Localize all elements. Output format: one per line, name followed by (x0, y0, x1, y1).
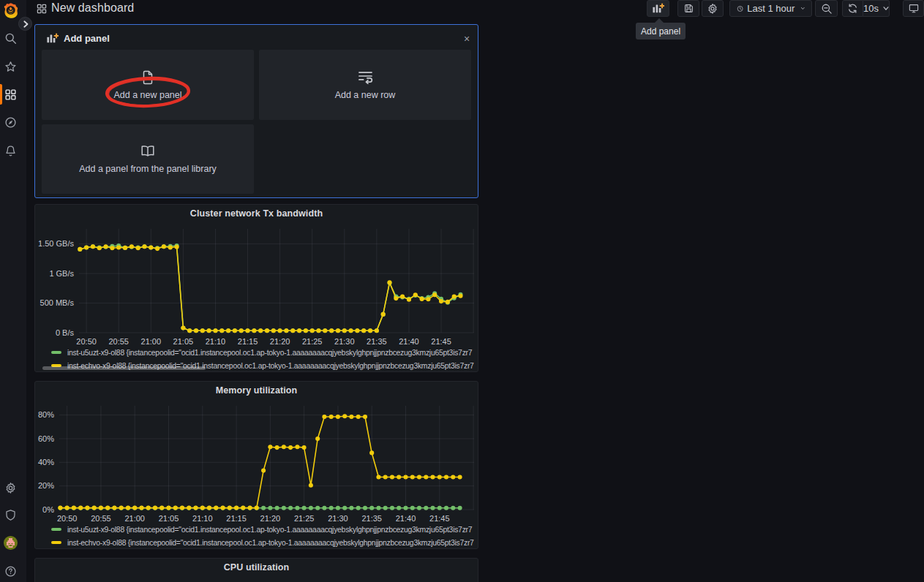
time-picker-button[interactable]: Last 1 hour (729, 0, 812, 17)
topbar: New dashboard Last 1 hour 10s Add panel (26, 0, 924, 18)
series-point (200, 506, 205, 510)
add-panel-widget-header[interactable]: Add panel (46, 33, 110, 44)
panel-memory-utilization: Memory utilization 0%20%40%60%80%20:5020… (34, 381, 478, 549)
sidebar-item-server-admin[interactable] (0, 504, 21, 525)
series-point (221, 506, 225, 510)
compass-icon (4, 116, 17, 129)
series-point (439, 299, 443, 303)
series-point (451, 475, 455, 479)
sidebar-item-alerting[interactable] (0, 140, 21, 161)
series-point (349, 415, 353, 419)
time-range-label: Last 1 hour (747, 3, 795, 14)
legend-label[interactable]: inst-u5uzt-x9-ol88 {instancepoolid="ocid… (67, 349, 472, 357)
series-point (132, 506, 137, 510)
series-point (355, 328, 359, 333)
y-axis-label: 0 B/s (56, 328, 75, 337)
series-point (288, 506, 293, 510)
sidebar-item-profile[interactable] (0, 532, 21, 553)
x-axis-label: 21:20 (270, 337, 290, 346)
x-axis-label: 20:55 (91, 514, 111, 523)
series-point (123, 246, 127, 250)
series-point (255, 506, 259, 510)
series-line-1 (80, 246, 460, 330)
sidebar-item-starred[interactable] (0, 56, 21, 77)
legend-item[interactable]: inst-u5uzt-x9-ol88 {instancepoolid="ocid… (51, 523, 474, 536)
add-new-panel-card[interactable]: Add a new panel (42, 50, 254, 120)
series-point (166, 506, 170, 510)
legend-item[interactable]: inst-u5uzt-x9-ol88 {instancepoolid="ocid… (51, 346, 474, 359)
add-panel-button[interactable] (647, 0, 669, 17)
x-axis-label: 21:00 (124, 514, 145, 523)
series-point (336, 415, 340, 419)
add-from-library-label: Add a panel from the panel library (79, 164, 217, 174)
refresh-button[interactable] (842, 0, 863, 17)
series-point (261, 469, 266, 473)
sidebar-item-dashboards[interactable] (0, 84, 21, 105)
sidebar-item-configuration[interactable] (0, 477, 21, 498)
series-point (390, 506, 394, 510)
add-from-library-card[interactable]: Add a panel from the panel library (42, 124, 254, 194)
add-new-row-card[interactable]: Add a new row (259, 50, 471, 120)
save-dashboard-button[interactable] (677, 0, 699, 17)
sidebar-item-explore[interactable] (0, 112, 21, 132)
sidebar-item-help[interactable] (0, 561, 21, 581)
sidebar-expand-button[interactable] (18, 17, 32, 31)
series-point (180, 506, 184, 510)
legend-item[interactable]: inst-echvo-x9-ol88 {instancepoolid="ocid… (51, 536, 474, 549)
series-point (297, 328, 301, 333)
series-point (302, 445, 307, 450)
series-point (403, 475, 407, 479)
legend-label[interactable]: inst-echvo-x9-ol88 {instancepoolid="ocid… (67, 539, 474, 547)
legend-swatch[interactable] (51, 528, 61, 531)
x-axis-label: 21:45 (431, 337, 451, 346)
legend-scrollbar[interactable] (42, 366, 206, 370)
grafana-logo[interactable] (0, 1, 21, 20)
chevron-right-icon (22, 20, 29, 28)
add-new-panel-label: Add a new panel (113, 90, 181, 100)
save-icon (683, 3, 694, 14)
series-point (271, 328, 276, 333)
x-axis-label: 21:05 (159, 514, 179, 523)
dashboard-settings-button[interactable] (702, 0, 724, 17)
legend-label[interactable]: inst-u5uzt-x9-ol88 {instancepoolid="ocid… (67, 526, 472, 534)
legend-item[interactable]: inst-echvo-x9-ol88 {instancepoolid="ocid… (51, 359, 474, 372)
refresh-interval-button[interactable]: 10s (863, 0, 890, 17)
series-point (261, 506, 266, 510)
y-axis-label: 1 GB/s (49, 269, 74, 278)
series-point (452, 295, 457, 299)
search-icon (4, 32, 17, 45)
legend-swatch[interactable] (51, 541, 61, 544)
y-axis-label: 80% (38, 410, 54, 419)
series-point (258, 328, 263, 333)
close-icon[interactable]: × (461, 34, 473, 45)
series-point (187, 506, 191, 510)
panel-title[interactable]: CPU utilization (35, 562, 478, 572)
series-point (430, 506, 435, 510)
series-point (400, 295, 405, 299)
series-point (126, 506, 130, 510)
series-point (207, 328, 211, 333)
series-point (119, 506, 124, 510)
kiosk-mode-button[interactable] (903, 0, 924, 17)
graph-bar-plus-icon (652, 3, 664, 14)
dashboard-title: New dashboard (51, 1, 134, 15)
series-point (282, 506, 286, 510)
series-point (214, 506, 218, 510)
gear-icon (4, 482, 17, 494)
legend-swatch[interactable] (51, 351, 61, 354)
series-point (146, 506, 151, 510)
file-icon (141, 70, 154, 85)
series-point (288, 445, 293, 450)
zoom-out-button[interactable] (815, 0, 838, 17)
series-point (424, 475, 428, 479)
sidebar-item-search[interactable] (0, 28, 21, 48)
series-point (268, 506, 272, 510)
series-point (410, 475, 415, 479)
series-point (168, 245, 173, 249)
search-minus-icon (821, 3, 833, 15)
series-point (322, 415, 326, 419)
series-point (268, 445, 272, 449)
bell-icon (4, 145, 17, 157)
series-point (241, 506, 245, 510)
series-point (252, 328, 256, 333)
